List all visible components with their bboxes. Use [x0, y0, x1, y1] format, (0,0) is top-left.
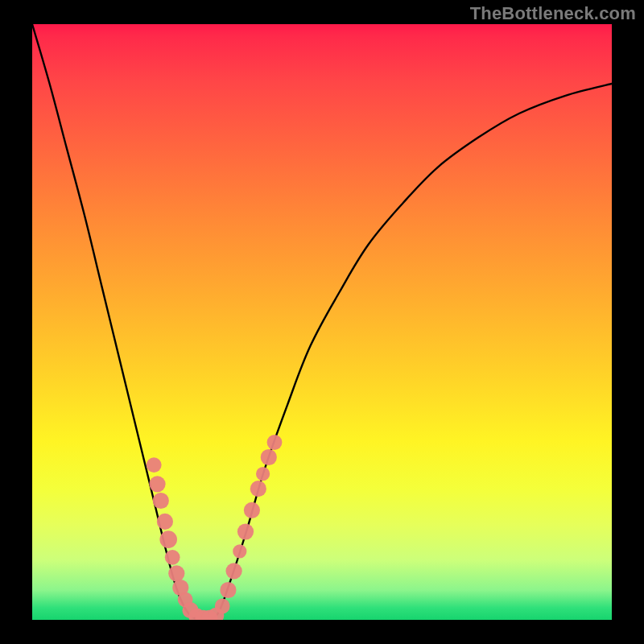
- data-marker: [153, 493, 169, 509]
- watermark-label: TheBottleneck.com: [470, 3, 636, 24]
- data-marker: [256, 467, 270, 481]
- data-marker: [267, 435, 283, 450]
- chart-frame: TheBottleneck.com: [0, 0, 644, 644]
- data-marker: [147, 457, 162, 473]
- data-marker: [168, 565, 184, 581]
- data-marker: [237, 523, 254, 539]
- data-markers: [147, 435, 283, 620]
- curve-svg: [32, 24, 612, 620]
- data-marker: [226, 563, 242, 579]
- data-marker: [215, 599, 230, 614]
- data-marker: [244, 502, 260, 518]
- data-marker: [250, 481, 266, 497]
- data-marker: [157, 514, 173, 530]
- data-marker: [149, 476, 165, 492]
- data-marker: [159, 530, 177, 548]
- plot-area: [32, 24, 612, 620]
- data-marker: [233, 544, 246, 558]
- bottleneck-curve: [32, 24, 612, 620]
- data-marker: [261, 449, 277, 465]
- bottleneck-curve-path: [32, 24, 612, 620]
- data-marker: [165, 550, 180, 565]
- data-marker: [220, 582, 236, 598]
